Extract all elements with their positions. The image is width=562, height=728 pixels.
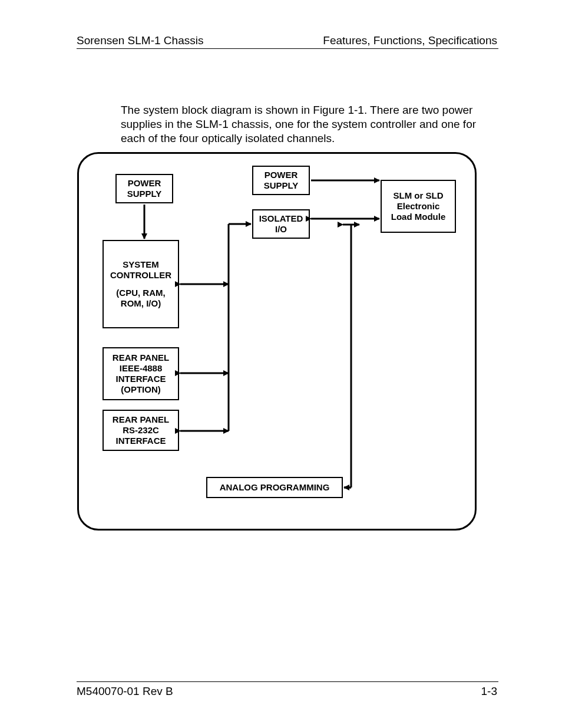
system-controller-line4: ROM, I/O) (121, 298, 161, 309)
page-footer-left: M540070-01 Rev B (77, 685, 173, 698)
analog-programming-label: ANALOG PROGRAMMING (220, 482, 330, 493)
system-controller-line3: (CPU, RAM, (116, 288, 165, 298)
page-header-right: Features, Functions, Specifications (323, 34, 497, 47)
block-diagram-frame: POWER SUPPLY POWER SUPPLY ISOLATED I/O S… (77, 152, 477, 531)
rear-rs232-line2: RS-232C (123, 425, 159, 436)
power-supply-right-line2: SUPPLY (264, 180, 299, 191)
load-module-line2: Electronic (397, 201, 440, 212)
system-controller-line2: CONTROLLER (110, 270, 171, 281)
load-module-block: SLM or SLD Electronic Load Module (381, 180, 456, 233)
isolated-io-block: ISOLATED I/O (252, 209, 310, 239)
footer-rule (77, 681, 498, 682)
power-supply-left-line2: SUPPLY (127, 189, 162, 199)
load-module-line3: Load Module (391, 212, 446, 222)
rear-rs232-line1: REAR PANEL (113, 414, 169, 425)
power-supply-right-line1: POWER (265, 170, 298, 180)
rear-ieee-line1: REAR PANEL (113, 353, 169, 363)
rear-ieee-line3: INTERFACE (115, 374, 166, 384)
body-paragraph: The system block diagram is shown in Fig… (121, 103, 498, 145)
isolated-io-line2: I/O (275, 224, 287, 235)
analog-programming-block: ANALOG PROGRAMMING (206, 477, 343, 498)
document-page: Sorensen SLM-1 Chassis Features, Functio… (0, 0, 562, 728)
system-controller-block: SYSTEM CONTROLLER (CPU, RAM, ROM, I/O) (103, 240, 179, 328)
rear-ieee-line2: IEEE-4888 (120, 363, 163, 374)
rear-rs232-block: REAR PANEL RS-232C INTERFACE (103, 410, 179, 451)
isolated-io-line1: ISOLATED (259, 213, 303, 224)
power-supply-right-block: POWER SUPPLY (252, 166, 310, 195)
rear-ieee-block: REAR PANEL IEEE-4888 INTERFACE (OPTION) (103, 347, 179, 400)
load-module-line1: SLM or SLD (394, 190, 444, 201)
power-supply-left-line1: POWER (128, 178, 161, 189)
power-supply-left-block: POWER SUPPLY (115, 174, 173, 203)
rear-ieee-line4: (OPTION) (121, 384, 161, 395)
page-footer-right: 1-3 (481, 685, 497, 698)
rear-rs232-line3: INTERFACE (115, 436, 166, 446)
header-rule (77, 48, 498, 49)
system-controller-line1: SYSTEM (123, 259, 159, 270)
page-header-left: Sorensen SLM-1 Chassis (77, 34, 203, 47)
